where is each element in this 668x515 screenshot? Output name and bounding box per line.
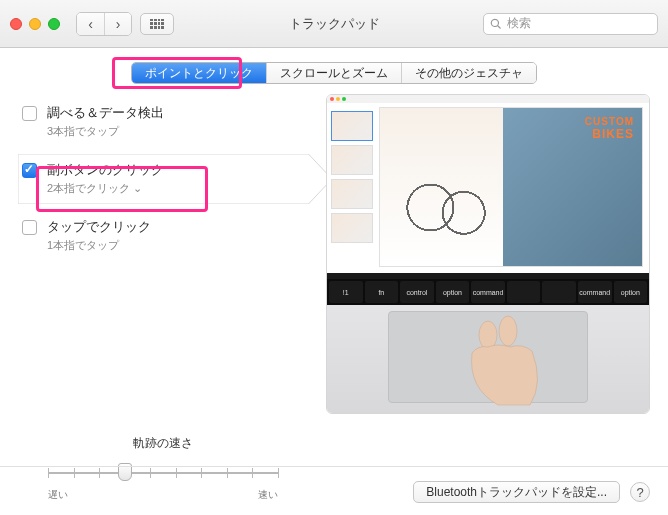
option-secondary-click[interactable]: 副ボタンのクリック 2本指でクリック ⌄ <box>18 151 308 208</box>
svg-point-1 <box>499 316 517 346</box>
nav-buttons: ‹ › <box>76 12 132 36</box>
preview-text-2: BIKES <box>592 127 634 141</box>
zoom-icon[interactable] <box>48 18 60 30</box>
slider-max-label: 速い <box>258 488 278 502</box>
content: ポイントとクリック スクロールとズーム その他のジェスチャ 調べる＆データ検出 … <box>0 48 668 515</box>
close-icon[interactable] <box>10 18 22 30</box>
show-all-button[interactable] <box>140 13 174 35</box>
titlebar: ‹ › トラックパッド 検索 <box>0 0 668 48</box>
footer: Bluetoothトラックパッドを設定... ? <box>413 481 650 503</box>
preview-screen: CUSTOM BIKES <box>327 95 649 273</box>
option-dropdown[interactable]: 2本指でクリック ⌄ <box>47 181 164 196</box>
tab-point-click[interactable]: ポイントとクリック <box>132 63 266 83</box>
options-list: 調べる＆データ検出 3本指でタップ 副ボタンのクリック 2本指でクリック ⌄ タ <box>18 94 308 502</box>
forward-button[interactable]: › <box>104 13 131 35</box>
tab-scroll-zoom[interactable]: スクロールとズーム <box>266 63 401 83</box>
option-sub: 1本指でタップ <box>47 238 151 253</box>
back-button[interactable]: ‹ <box>77 13 104 35</box>
divider <box>0 466 668 467</box>
search-icon <box>490 18 502 30</box>
bluetooth-trackpad-button[interactable]: Bluetoothトラックパッドを設定... <box>413 481 620 503</box>
window-controls <box>10 18 60 30</box>
option-tap-to-click[interactable]: タップでクリック 1本指でタップ <box>18 208 308 265</box>
segmented-control: ポイントとクリック スクロールとズーム その他のジェスチャ <box>131 62 537 84</box>
slider-label: 軌跡の速さ <box>48 435 278 452</box>
option-title: 調べる＆データ検出 <box>47 104 164 122</box>
checkbox-tap-to-click[interactable] <box>22 220 37 235</box>
tab-more-gestures[interactable]: その他のジェスチャ <box>401 63 536 83</box>
chevron-down-icon: ⌄ <box>133 182 142 195</box>
option-title: タップでクリック <box>47 218 151 236</box>
preview-trackpad <box>388 311 588 403</box>
option-title: 副ボタンのクリック <box>47 161 164 179</box>
svg-point-0 <box>479 321 497 349</box>
minimize-icon[interactable] <box>29 18 41 30</box>
preview-text-1: CUSTOM <box>585 116 634 127</box>
help-button[interactable]: ? <box>630 482 650 502</box>
search-input[interactable]: 検索 <box>483 13 658 35</box>
tracking-speed-slider: 軌跡の速さ 遅い 速い <box>48 435 278 502</box>
tabs: ポイントとクリック スクロールとズーム その他のジェスチャ <box>18 62 650 84</box>
slider-track[interactable] <box>48 458 278 486</box>
checkbox-secondary-click[interactable] <box>22 163 37 178</box>
gesture-preview: CUSTOM BIKES !1fncontroloptioncommandcom… <box>326 94 650 414</box>
preview-laptop-body: !1fncontroloptioncommandcommandoption <box>327 273 649 413</box>
body: 調べる＆データ検出 3本指でタップ 副ボタンのクリック 2本指でクリック ⌄ タ <box>18 94 650 502</box>
option-lookup[interactable]: 調べる＆データ検出 3本指でタップ <box>18 94 308 151</box>
slider-min-label: 遅い <box>48 488 68 502</box>
checkbox-lookup[interactable] <box>22 106 37 121</box>
option-sub: 3本指でタップ <box>47 124 164 139</box>
preview-fingers <box>458 313 548 408</box>
search-placeholder: 検索 <box>507 15 531 32</box>
grid-icon <box>150 19 164 29</box>
